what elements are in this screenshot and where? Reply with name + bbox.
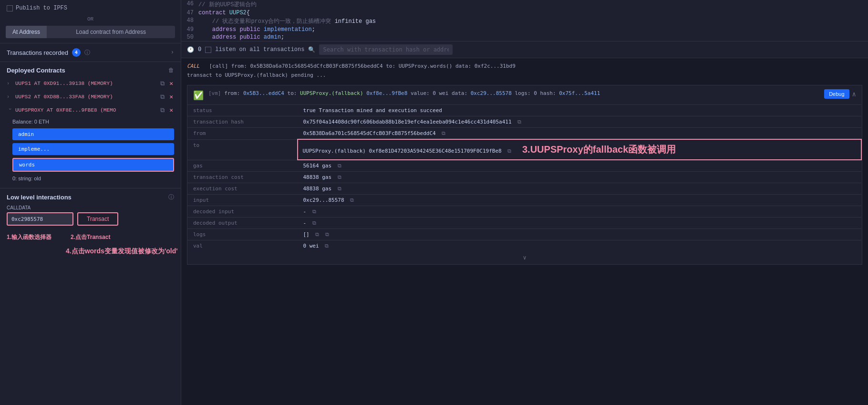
table-row-input: input 0xc29...85578 ⧉ — [187, 195, 861, 206]
table-row-decoded-output: decoded output - ⧉ — [187, 218, 861, 229]
tx-detail-block: ✅ [vm] from: 0x5B3...eddC4 to: UUPSProxy… — [187, 85, 862, 265]
table-row-gas: gas 56164 gas ⧉ — [187, 160, 861, 172]
copy-logs-icon-2[interactable]: ⧉ — [325, 231, 329, 238]
admin-function-button[interactable]: admin — [12, 128, 174, 140]
copy-decoded-output-icon[interactable]: ⧉ — [312, 220, 316, 226]
to-value: UUPSProxy.(fallback) 0xf8e81D47203A59424… — [303, 148, 502, 154]
chevron-collapsed-icon: › — [7, 81, 12, 86]
copy-tx-cost-icon[interactable]: ⧉ — [338, 174, 341, 180]
low-level-label: Low level interactions — [7, 194, 72, 201]
transact-button[interactable]: Transact — [77, 212, 118, 226]
copy-address-icon-uupsproxy[interactable]: ⧉ — [159, 107, 165, 114]
code-line-48: 48 // 状态变量和proxy合约一致，防止插槽冲突 infinite gas — [181, 17, 868, 26]
decoded-input-value: - — [303, 208, 307, 215]
deployed-contracts-label: Deployed Contracts — [7, 67, 65, 74]
contract-item-uupsproxy[interactable]: › UUPSPROXY AT 0XF8E...9FBE8 (MEMO ⧉ ✕ — [0, 104, 181, 117]
code-line-50: 50 address public admin; — [181, 33, 868, 41]
publish-ipfs-label[interactable]: Publish to IPFS — [7, 5, 67, 11]
tx-detail-meta: [vm] from: 0x5B3...eddC4 to: UUPSProxy.(… — [208, 89, 819, 98]
copy-input-icon[interactable]: ⧉ — [350, 197, 354, 203]
table-row-logs: logs [] ⧉ ⧉ — [187, 229, 861, 240]
contract-item-uups1[interactable]: › UUPS1 AT 0XD91...39138 (MEMORY) ⧉ ✕ — [0, 77, 181, 90]
ll-info-icon[interactable]: ⓘ — [168, 193, 174, 201]
or-divider: OR — [0, 14, 181, 24]
copy-exec-cost-icon[interactable]: ⧉ — [338, 186, 341, 192]
balance-text: Balance: 0 ETH — [12, 119, 174, 125]
transactions-recorded-section: Transactions recorded 4 ⓘ › — [0, 43, 181, 62]
copy-address-icon-uups1[interactable]: ⧉ — [159, 80, 165, 87]
transactions-badge: 4 — [72, 48, 81, 57]
copy-to-icon[interactable]: ⧉ — [507, 148, 511, 154]
remove-contract-icon-uups2[interactable]: ✕ — [168, 93, 174, 101]
low-level-section: Low level interactions ⓘ CALLDATA Transa… — [0, 188, 181, 230]
calldata-label: CALLDATA — [7, 205, 174, 210]
info-icon[interactable]: ⓘ — [84, 49, 90, 57]
contract-item-uups2[interactable]: › UUPS2 AT 0XD8B...33FA8 (MEMORY) ⧉ ✕ — [0, 90, 181, 104]
publish-ipfs-text: Publish to IPFS — [16, 5, 67, 11]
at-address-button[interactable]: At Address — [6, 26, 47, 38]
tx-bar: 🕐 0 listen on all transactions 🔍 — [181, 42, 868, 58]
table-row-exec-cost: execution cost 48838 gas ⧉ — [187, 183, 861, 195]
tx-call-text: [call] from: 0x5B38Da6a701c568545dCfcB03… — [209, 63, 515, 69]
exec-cost-value: 48838 gas — [303, 186, 332, 192]
decoded-output-value: - — [303, 220, 307, 226]
transactions-recorded-label: Transactions recorded — [7, 49, 68, 56]
publish-row: Publish to IPFS — [0, 0, 181, 14]
debug-button-top[interactable]: Debug — [824, 89, 849, 99]
code-area: 46 // 新的UUPS逻辑合约 47 contract UUPS2{ 48 /… — [181, 0, 868, 42]
search-input[interactable] — [319, 44, 453, 55]
tx-detail-table: status true Transaction mined and execut… — [187, 104, 862, 251]
tx-detail-header: ✅ [vm] from: 0x5B3...eddC4 to: UUPSProxy… — [187, 85, 862, 104]
expand-more-icon[interactable]: ∨ — [187, 251, 862, 264]
calldata-row: Transact — [7, 212, 174, 226]
tx-list: CALL [call] from: 0x5B38Da6a701c568545dC… — [181, 58, 868, 405]
chevron-up-icon[interactable]: ∧ — [852, 90, 856, 98]
logs-value: [] — [303, 231, 310, 238]
copy-val-icon[interactable]: ⧉ — [325, 243, 329, 249]
words-output: 0: string: old — [12, 175, 174, 184]
tx-pending: transact to UUPSProxy.(fallback) pending… — [181, 71, 868, 82]
implementation-function-button[interactable]: impleme... — [12, 143, 174, 155]
copy-decoded-input-icon[interactable]: ⧉ — [312, 208, 316, 215]
annotation-bottom: 1.输入函数选择器 2.点击Transact — [0, 230, 181, 243]
publish-ipfs-checkbox[interactable] — [7, 5, 13, 11]
tx-hash-value: 0x75f04a14408dc90fc606bdab88b18e19efc4ea… — [303, 119, 512, 125]
code-line-49: 49 address public implementation; — [181, 26, 868, 33]
from-value: 0x5B38Da6a701c568545dCfcB03FcB875f56bedd… — [303, 130, 436, 136]
table-row-status: status true Transaction mined and execut… — [187, 105, 861, 116]
copy-gas-icon[interactable]: ⧉ — [338, 163, 341, 169]
remove-contract-icon-uupsproxy[interactable]: ✕ — [168, 106, 174, 114]
fallback-annotation: 3.UUPSProxy的fallback函数被调用 — [515, 141, 683, 158]
clock-icon: 🕐 — [187, 46, 194, 53]
tx-cost-value: 48838 gas — [303, 174, 332, 180]
table-row-from: from 0x5B38Da6a701c568545dCfcB03FcB875f5… — [187, 128, 861, 140]
copy-from-icon[interactable]: ⧉ — [442, 130, 445, 136]
chevron-collapsed-icon-2: › — [7, 94, 12, 100]
table-row-to: to UUPSProxy.(fallback) 0xf8e81D47203A59… — [187, 139, 861, 160]
table-row-val: val 0 wei ⧉ — [187, 240, 861, 252]
listen-text: listen on all transactions — [215, 46, 304, 53]
deployed-contracts-header: Deployed Contracts 🗑 — [0, 62, 181, 77]
contract-name-uups2: UUPS2 AT 0XD8B...33FA8 (MEMORY) — [15, 94, 156, 100]
contract-name-uupsproxy: UUPSPROXY AT 0XF8E...9FBE8 (MEMO — [15, 107, 156, 113]
copy-logs-icon-1[interactable]: ⧉ — [315, 231, 319, 238]
remove-contract-icon-uups1[interactable]: ✕ — [168, 80, 174, 87]
right-panel: 46 // 新的UUPS逻辑合约 47 contract UUPS2{ 48 /… — [181, 0, 868, 405]
table-row-tx-hash: transaction hash 0x75f04a14408dc90fc606b… — [187, 116, 861, 128]
gas-value: 56164 gas — [303, 163, 332, 169]
status-value: true Transaction mined and execution suc… — [298, 105, 862, 116]
words-function-button[interactable]: words — [12, 158, 174, 172]
code-line-47: 47 contract UUPS2{ — [181, 9, 868, 17]
calldata-input[interactable] — [7, 212, 73, 226]
trash-icon[interactable]: 🗑 — [168, 67, 174, 74]
listen-checkbox[interactable] — [205, 47, 211, 53]
table-row-tx-cost: transaction cost 48838 gas ⧉ — [187, 172, 861, 183]
table-row-decoded-input: decoded input - ⧉ — [187, 206, 861, 218]
copy-address-icon-uups2[interactable]: ⧉ — [159, 93, 165, 101]
copy-tx-hash-icon[interactable]: ⧉ — [517, 119, 521, 125]
chevron-right-icon[interactable]: › — [171, 49, 174, 56]
success-icon: ✅ — [193, 90, 204, 101]
input-value: 0xc29...85578 — [303, 197, 344, 203]
load-contract-button[interactable]: Load contract from Address — [47, 26, 175, 38]
ll-header: Low level interactions ⓘ — [7, 193, 174, 201]
